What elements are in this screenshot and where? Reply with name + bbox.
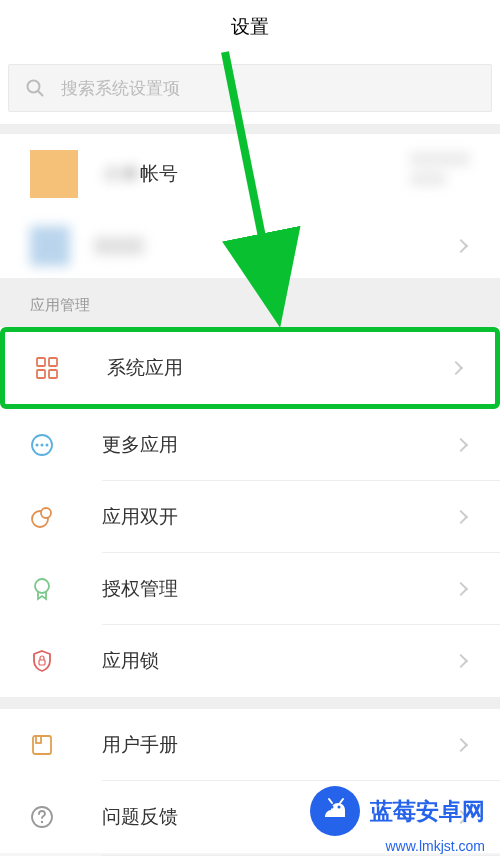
svg-point-8 — [41, 444, 44, 447]
account-label-blur — [94, 237, 144, 255]
chevron-right-icon — [454, 239, 468, 253]
page-title: 设置 — [231, 14, 269, 40]
menu-label: 系统应用 — [107, 355, 451, 381]
svg-point-11 — [41, 508, 51, 518]
badge-icon — [30, 577, 54, 601]
menu-label: 更多应用 — [102, 432, 456, 458]
search-icon — [25, 78, 45, 98]
account-label: 小米帐号 — [102, 161, 178, 187]
svg-rect-15 — [36, 736, 41, 743]
blurred-value — [410, 152, 470, 192]
menu-item-auth-management[interactable]: 授权管理 — [0, 553, 500, 625]
help-icon — [30, 805, 54, 829]
search-box[interactable]: 搜索系统设置项 — [8, 64, 492, 112]
menu-item-more-apps[interactable]: 更多应用 — [0, 409, 500, 481]
svg-line-1 — [39, 92, 43, 96]
gap — [0, 697, 500, 709]
manual-icon — [30, 733, 54, 757]
search-placeholder: 搜索系统设置项 — [61, 77, 180, 100]
svg-line-23 — [340, 799, 343, 803]
svg-point-7 — [36, 444, 39, 447]
svg-rect-13 — [39, 660, 45, 665]
svg-point-20 — [331, 806, 334, 809]
apps-grid-icon — [35, 356, 59, 380]
menu-item-system-apps[interactable]: 系统应用 — [0, 327, 500, 409]
menu-label: 应用双开 — [102, 504, 456, 530]
svg-rect-2 — [37, 358, 45, 366]
svg-line-22 — [329, 799, 332, 803]
chevron-right-icon — [454, 510, 468, 524]
chevron-right-icon — [449, 361, 463, 375]
account-section: 小米帐号 — [0, 134, 500, 278]
account-row-1[interactable]: 小米帐号 — [0, 134, 500, 214]
page-header: 设置 — [0, 0, 500, 54]
search-container: 搜索系统设置项 — [0, 54, 500, 124]
svg-rect-3 — [49, 358, 57, 366]
menu-label: 应用锁 — [102, 648, 456, 674]
chevron-right-icon — [454, 654, 468, 668]
svg-rect-5 — [49, 370, 57, 378]
watermark-logo — [310, 786, 360, 836]
watermark-url: www.lmkjst.com — [385, 838, 485, 854]
menu-item-app-lock[interactable]: 应用锁 — [0, 625, 500, 697]
avatar — [30, 150, 78, 198]
dual-icon — [30, 505, 54, 529]
chevron-right-icon — [454, 582, 468, 596]
account-row-2[interactable] — [0, 214, 500, 278]
gap — [0, 124, 500, 134]
section-header-apps: 应用管理 — [0, 278, 500, 327]
lock-shield-icon — [30, 649, 54, 673]
svg-point-0 — [28, 81, 40, 93]
svg-point-9 — [46, 444, 49, 447]
svg-point-21 — [338, 806, 341, 809]
watermark: 蓝莓安卓网 — [310, 786, 485, 836]
svg-rect-4 — [37, 370, 45, 378]
menu-list-apps: 系统应用 更多应用 应用双开 — [0, 327, 500, 697]
chevron-right-icon — [454, 438, 468, 452]
watermark-name: 蓝莓安卓网 — [370, 796, 485, 827]
menu-item-app-dual[interactable]: 应用双开 — [0, 481, 500, 553]
menu-label: 授权管理 — [102, 576, 456, 602]
svg-point-17 — [41, 821, 43, 823]
menu-item-user-manual[interactable]: 用户手册 — [0, 709, 500, 781]
more-icon — [30, 433, 54, 457]
svg-point-12 — [35, 579, 49, 593]
chevron-right-icon — [454, 738, 468, 752]
menu-label: 用户手册 — [102, 732, 456, 758]
avatar — [30, 226, 70, 266]
